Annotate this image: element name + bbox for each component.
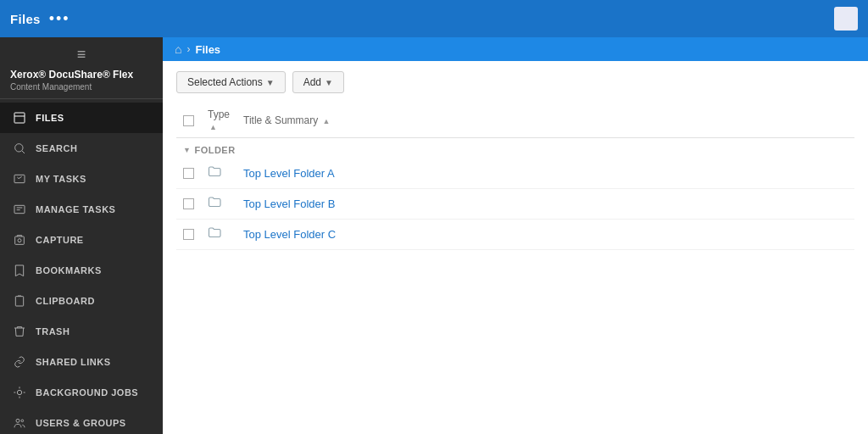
content-body: Selected Actions ▼ Add ▼ Type: [163, 61, 868, 434]
hamburger-icon[interactable]: ≡: [10, 46, 153, 64]
main-content: ⌂ › Files Selected Actions ▼ Add ▼: [163, 37, 868, 434]
row-1-name-cell: Top Level Folder B: [236, 189, 854, 220]
capture-icon: [12, 232, 27, 248]
col-header-check: [176, 103, 201, 138]
breadcrumb-separator: ›: [186, 43, 190, 55]
col-header-type: Type ▲: [201, 103, 236, 138]
user-avatar[interactable]: [834, 7, 858, 31]
trash-icon: [12, 324, 27, 339]
row-2-icon-cell: [201, 220, 236, 250]
svg-rect-3: [14, 205, 25, 213]
row-1-checkbox[interactable]: [183, 198, 194, 209]
app-title: Files: [10, 12, 41, 26]
main-layout: ≡ Xerox® DocuShare® Flex Content Managem…: [0, 37, 868, 434]
svg-rect-6: [15, 296, 23, 305]
sidebar-item-my-tasks[interactable]: My Tasks: [0, 164, 163, 194]
svg-rect-2: [14, 175, 25, 182]
row-1-file-name[interactable]: Top Level Folder B: [243, 198, 335, 210]
add-caret: ▼: [325, 78, 333, 87]
select-all-checkbox[interactable]: [183, 115, 194, 126]
add-button[interactable]: Add ▼: [292, 71, 344, 93]
table-row: Top Level Folder A: [176, 159, 854, 189]
sidebar: ≡ Xerox® DocuShare® Flex Content Managem…: [0, 37, 163, 434]
row-0-check-cell: [176, 159, 201, 189]
folder-icon: [208, 200, 223, 213]
row-1-check-cell: [176, 189, 201, 220]
folder-group-caret[interactable]: ▼: [183, 146, 191, 154]
sidebar-item-manage-tasks[interactable]: Manage Tasks: [0, 194, 163, 225]
breadcrumb-bar: ⌂ › Files: [163, 37, 868, 61]
clipboard-icon: [12, 293, 27, 309]
row-2-name-cell: Top Level Folder C: [236, 220, 854, 250]
sidebar-item-clipboard[interactable]: Clipboard: [0, 286, 163, 316]
sidebar-item-background-jobs[interactable]: Background Jobs: [0, 377, 163, 408]
top-bar: Files •••: [0, 0, 868, 37]
svg-rect-4: [15, 236, 25, 244]
type-sort-icon[interactable]: ▲: [209, 123, 217, 131]
selected-actions-caret: ▼: [266, 78, 275, 87]
files-icon: [12, 110, 27, 125]
table-row: Top Level Folder C: [176, 220, 854, 250]
row-2-checkbox[interactable]: [183, 229, 194, 240]
sidebar-header: ≡ Xerox® DocuShare® Flex Content Managem…: [0, 37, 163, 99]
table-row: Top Level Folder B: [176, 189, 854, 220]
row-0-icon-cell: [201, 159, 236, 189]
svg-point-5: [18, 238, 21, 242]
svg-point-9: [21, 420, 24, 422]
sidebar-item-search[interactable]: Search: [0, 133, 163, 164]
row-0-name-cell: Top Level Folder A: [236, 159, 854, 189]
row-0-file-name[interactable]: Top Level Folder A: [243, 167, 335, 180]
background-jobs-icon: [12, 385, 27, 400]
row-0-checkbox[interactable]: [183, 168, 194, 179]
folder-icon: [208, 231, 223, 243]
users-icon: [12, 415, 27, 431]
col-header-title: Title & Summary ▲: [236, 103, 854, 138]
row-2-check-cell: [176, 220, 201, 250]
file-table: Type ▲ Title & Summary ▲ ▼: [176, 103, 854, 250]
sidebar-item-users-groups[interactable]: Users & Groups: [0, 408, 163, 434]
sidebar-item-shared-links[interactable]: Shared Links: [0, 347, 163, 377]
sidebar-item-bookmarks[interactable]: Bookmarks: [0, 255, 163, 286]
toolbar: Selected Actions ▼ Add ▼: [176, 71, 854, 93]
row-2-file-name[interactable]: Top Level Folder C: [243, 228, 336, 241]
svg-rect-0: [14, 113, 25, 123]
row-1-icon-cell: [201, 189, 236, 220]
svg-point-1: [15, 143, 23, 151]
sidebar-item-trash[interactable]: Trash: [0, 316, 163, 347]
title-sort-icon[interactable]: ▲: [323, 117, 331, 125]
folder-icon: [208, 170, 223, 182]
home-icon[interactable]: ⌂: [175, 42, 181, 56]
shared-links-icon: [12, 354, 27, 370]
app-name: Xerox® DocuShare® Flex: [10, 69, 153, 82]
manage-tasks-icon: [12, 202, 27, 217]
selected-actions-button[interactable]: Selected Actions ▼: [176, 71, 286, 93]
sidebar-item-files[interactable]: Files: [0, 103, 163, 133]
bookmarks-icon: [12, 263, 27, 278]
tasks-icon: [12, 171, 27, 186]
app-subtitle: Content Management: [10, 82, 153, 92]
svg-point-7: [17, 390, 21, 394]
breadcrumb-current: Files: [195, 43, 220, 56]
svg-point-8: [16, 419, 19, 422]
more-options-icon[interactable]: •••: [49, 10, 70, 28]
search-icon: [12, 141, 27, 156]
sidebar-nav: Files Search My Tasks M: [0, 99, 163, 434]
folder-group-header: ▼ FOLDER: [176, 138, 854, 159]
sidebar-item-capture[interactable]: Capture: [0, 225, 163, 255]
